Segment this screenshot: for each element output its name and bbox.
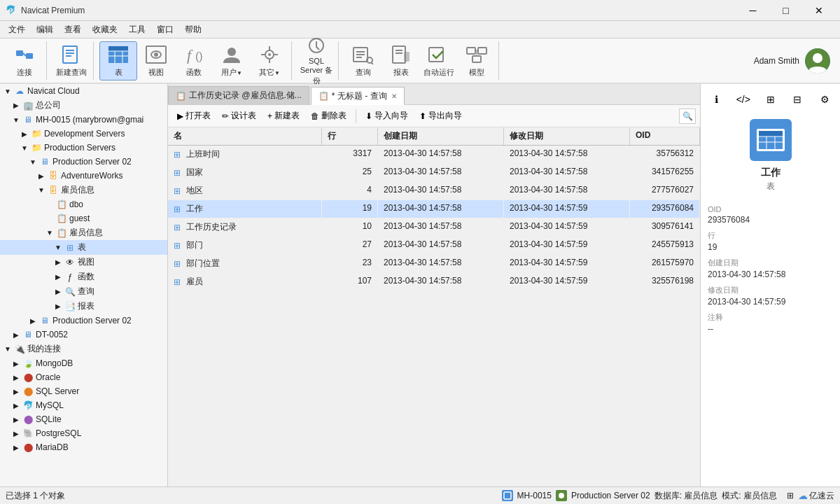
table-row[interactable]: ⊞部门位置 23 2013-04-30 14:57:58 2013-04-30 …	[168, 255, 700, 273]
sidebar-item-views[interactable]: ▶ 👁 视图	[0, 255, 167, 270]
export-icon: ⬆	[419, 111, 426, 121]
connect-btn[interactable]: 连接	[6, 41, 43, 80]
sidebar-item-company[interactable]: ▶ 🏢 总公司	[0, 98, 167, 113]
sidebar-item-adventureworks[interactable]: ▶ 🗄 AdventureWorks	[0, 169, 167, 183]
tab-close-btn[interactable]: ✕	[391, 92, 397, 100]
other-btn[interactable]: 其它▼	[251, 41, 288, 80]
sidebar-item-employee-schema[interactable]: ▼ 📋 雇员信息	[0, 225, 167, 240]
cloud-logo-icon: ☁	[798, 490, 808, 501]
function-btn[interactable]: f() 函数	[175, 41, 213, 80]
sidebar-item-mongodb[interactable]: ▶ 🍃 MongoDB	[0, 356, 167, 370]
cell-created: 2013-04-30 14:57:58	[378, 200, 504, 218]
sidebar-item-my-connections[interactable]: ▼ 🔌 我的连接	[0, 342, 167, 356]
close-button[interactable]: ✕	[803, 0, 834, 21]
employee-db-icon: 🗄	[48, 185, 59, 196]
cell-modified: 2013-04-30 14:57:58	[504, 182, 630, 200]
new-table-btn[interactable]: + 新建表	[262, 108, 304, 124]
sidebar-item-employee-db[interactable]: ▼ 🗄 雇员信息	[0, 183, 167, 197]
menu-file[interactable]: 文件	[3, 22, 31, 37]
sidebar-item-sqlite[interactable]: ▶ ⬤ SQLite	[0, 412, 167, 426]
cell-created: 2013-04-30 14:57:58	[378, 164, 504, 181]
design-table-btn[interactable]: ✏ 设计表	[217, 108, 261, 124]
sidebar-item-production-servers[interactable]: ▼ 📁 Production Servers	[0, 141, 167, 155]
cell-oid: 245575913	[630, 237, 700, 254]
menu-help[interactable]: 帮助	[179, 22, 207, 37]
mysql-icon: 🐬	[22, 400, 34, 411]
svg-rect-39	[472, 56, 481, 62]
sidebar-item-reports[interactable]: ▶ 📑 报表	[0, 299, 167, 314]
table-row[interactable]: ⊞国家 25 2013-04-30 14:57:58 2013-04-30 14…	[168, 164, 700, 182]
table-header: 名 行 创建日期 修改日期 OID	[168, 127, 700, 146]
view-icon	[145, 43, 167, 66]
menu-tools[interactable]: 工具	[123, 22, 151, 37]
cell-rows: 107	[322, 273, 378, 290]
sidebar-item-dt0052[interactable]: ▶ 🖥 DT-0052	[0, 328, 167, 342]
tab-history[interactable]: 📋 工作历史记录 @雇员信息.储...	[168, 86, 309, 104]
layout1-btn[interactable]: ⊞	[762, 91, 779, 108]
info-btn[interactable]: ℹ	[708, 91, 724, 108]
export-wizard-btn[interactable]: ⬆ 导出向导	[414, 108, 467, 124]
cell-created: 2013-04-30 14:57:58	[378, 255, 504, 272]
sidebar-item-tables[interactable]: ▼ ⊞ 表	[0, 240, 167, 255]
employee-db-label: 雇员信息	[61, 184, 94, 196]
table-row-selected[interactable]: ⊞工作 19 2013-04-30 14:57:58 2013-04-30 14…	[168, 200, 700, 218]
menu-view[interactable]: 查看	[59, 22, 87, 37]
table-row[interactable]: ⊞工作历史记录 10 2013-04-30 14:57:58 2013-04-3…	[168, 218, 700, 237]
sub-toolbar: ▶ 打开表 ✏ 设计表 + 新建表 🗑 删除表 ⬇ 导入向导 ⬆ 导	[168, 105, 700, 127]
sidebar-item-mysql[interactable]: ▶ 🐬 MySQL	[0, 398, 167, 412]
table-row[interactable]: ⊞雇员 107 2013-04-30 14:57:58 2013-04-30 1…	[168, 273, 700, 291]
sidebar-item-mh0015[interactable]: ▼ 🖥 MH-0015 (marybrown@gmai	[0, 113, 167, 127]
grid-btn[interactable]: ⊞	[787, 491, 794, 500]
sidebar-item-guest[interactable]: ▶ 📋 guest	[0, 211, 167, 225]
table-btn[interactable]: 表	[99, 41, 137, 80]
auto-run-btn[interactable]: 自动运行	[420, 41, 458, 80]
sidebar-item-prod-server-02[interactable]: ▼ 🖥 Production Server 02	[0, 155, 167, 169]
sidebar-item-dev-servers[interactable]: ▶ 📁 Development Servers	[0, 127, 167, 141]
query-icon-btn[interactable]: 查询	[344, 41, 382, 80]
table-row[interactable]: ⊞部门 27 2013-04-30 14:57:58 2013-04-30 14…	[168, 237, 700, 255]
maximize-button[interactable]: □	[770, 0, 802, 21]
sidebar-item-prod-server-02b[interactable]: ▶ 🖥 Production Server 02	[0, 314, 167, 328]
menu-window[interactable]: 窗口	[151, 22, 179, 37]
backup-btn[interactable]: SQL Server 备份	[298, 41, 335, 80]
sidebar-item-queries[interactable]: ▶ 🔍 查询	[0, 284, 167, 299]
connection-status-icon	[556, 490, 567, 501]
sidebar-item-mariadb[interactable]: ▶ ⬤ MariaDB	[0, 440, 167, 454]
cell-created: 2013-04-30 14:57:58	[378, 237, 504, 254]
connect-group: 连接	[3, 41, 47, 80]
minimize-button[interactable]: ─	[737, 0, 769, 21]
import-wizard-btn[interactable]: ⬇ 导入向导	[360, 108, 413, 124]
table-row[interactable]: ⊞地区 4 2013-04-30 14:57:58 2013-04-30 14:…	[168, 182, 700, 200]
tab-history-label: 工作历史记录 @雇员信息.储...	[189, 90, 302, 102]
new-query-btn[interactable]: 新建查询	[52, 41, 90, 80]
mysql-label: MySQL	[36, 400, 64, 410]
sidebar-item-sqlserver[interactable]: ▶ ⬤ SQL Server	[0, 384, 167, 398]
svg-rect-8	[108, 46, 128, 51]
functions-node-icon: ƒ	[64, 272, 76, 283]
mh0015-label: MH-0015 (marybrown@gmai	[36, 115, 144, 125]
info-btn-row: ℹ </> ⊞ ⊟ ⚙	[708, 91, 833, 108]
report-btn[interactable]: 报表	[382, 41, 420, 80]
table-row[interactable]: ⊞上班时间 3317 2013-04-30 14:57:58 2013-04-3…	[168, 146, 700, 164]
settings-icon[interactable]: ⚙	[816, 91, 833, 108]
app-icon: 🐬	[6, 5, 17, 16]
user-btn[interactable]: 用户▼	[213, 41, 251, 80]
code-btn[interactable]: </>	[735, 91, 752, 108]
dt-icon: 🖥	[22, 329, 34, 340]
view-btn[interactable]: 视图	[137, 41, 175, 80]
sidebar-item-postgresql[interactable]: ▶ 🐘 PostgreSQL	[0, 426, 167, 440]
sidebar-item-navicat-cloud[interactable]: ▼ ☁ Navicat Cloud	[0, 84, 167, 98]
model-btn[interactable]: 模型	[458, 41, 496, 80]
layout2-btn[interactable]: ⊟	[789, 91, 806, 108]
menu-favorites[interactable]: 收藏夹	[87, 22, 123, 37]
sidebar-item-functions[interactable]: ▶ ƒ 函数	[0, 270, 167, 284]
sidebar-item-dbo[interactable]: ▶ 📋 dbo	[0, 197, 167, 211]
tab-query[interactable]: 📋 * 无标题 - 查询 ✕	[311, 87, 405, 105]
delete-table-btn[interactable]: 🗑 删除表	[306, 108, 351, 124]
table-body: ⊞上班时间 3317 2013-04-30 14:57:58 2013-04-3…	[168, 146, 700, 486]
open-table-btn[interactable]: ▶ 打开表	[172, 108, 216, 124]
search-box[interactable]: 🔍	[679, 108, 696, 124]
sidebar-item-oracle[interactable]: ▶ ⬤ Oracle	[0, 370, 167, 384]
expand-icon: ▶	[45, 200, 55, 209]
menu-edit[interactable]: 编辑	[31, 22, 59, 37]
